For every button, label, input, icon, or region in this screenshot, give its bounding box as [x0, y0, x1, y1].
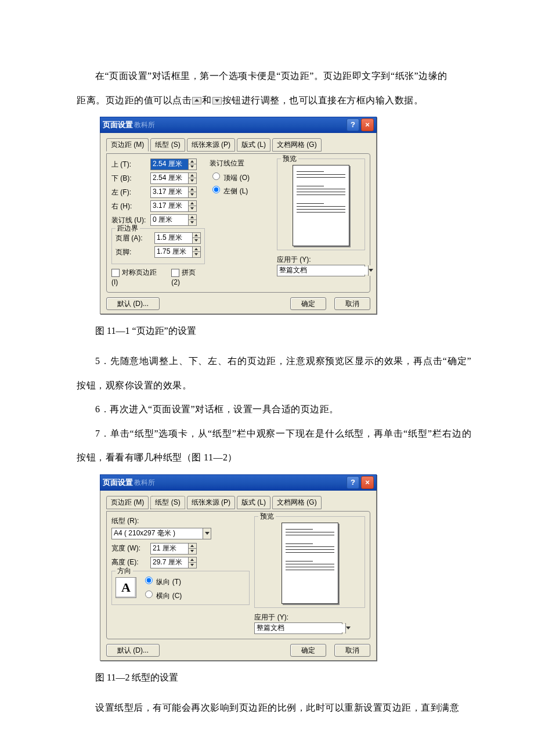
dialog-title: 页面设置: [103, 478, 133, 487]
label-width: 宽度 (W):: [111, 543, 149, 553]
apply-to-combo[interactable]: [277, 265, 365, 276]
label: 左侧 (L): [223, 187, 248, 195]
portrait-radio[interactable]: 纵向 (T): [142, 575, 182, 587]
apply-to-combo[interactable]: [254, 622, 342, 634]
paragraph: 6．再次进入“页面设置”对话框，设置一具合适的页边距。: [77, 397, 471, 422]
tab-margins[interactable]: 页边距 (M): [106, 138, 149, 152]
ok-button[interactable]: 确定: [290, 644, 326, 657]
paper-size-label: 纸型 (R):: [111, 516, 250, 526]
dialog-title: 页面设置: [103, 120, 133, 129]
legend: 距边界: [116, 224, 140, 233]
edge-group: 距边界 页眉 (A): 页脚:: [111, 228, 205, 264]
apply-to-label: 应用于 (Y):: [277, 255, 365, 265]
default-button[interactable]: 默认 (D)...: [106, 644, 160, 657]
spin-down-icon[interactable]: [189, 206, 196, 211]
chevron-down-icon[interactable]: [345, 623, 351, 633]
gutter-top-radio[interactable]: 顶端 (O): [210, 171, 272, 183]
close-button[interactable]: ×: [361, 476, 374, 489]
tab-margins[interactable]: 页边距 (M): [106, 496, 149, 509]
spin-up-icon[interactable]: [189, 201, 196, 207]
paragraph: 5．先随意地调整上、下、左、右的页边距，注意观察预览区显示的效果，再点击“确定”…: [77, 349, 471, 397]
paper-size-combo[interactable]: [111, 528, 211, 539]
chevron-down-icon[interactable]: [368, 265, 373, 276]
orientation-group: 方向 A 纵向 (T) 横向 (C): [111, 571, 250, 606]
tab-grid[interactable]: 文档网格 (G): [272, 496, 322, 509]
legend: 预览: [281, 154, 298, 164]
legend: 预览: [258, 512, 276, 521]
tab-grid[interactable]: 文档网格 (G): [272, 138, 322, 152]
help-button[interactable]: ?: [347, 118, 359, 131]
default-button[interactable]: 默认 (D)...: [106, 297, 160, 311]
tab-layout[interactable]: 版式 (L): [237, 496, 270, 509]
spin-up-icon[interactable]: [189, 215, 196, 221]
paragraph: 设置纸型后，有可能会再次影响到页边距的比例，此时可以重新设置页边距，直到满意: [77, 696, 471, 720]
tabs: 页边距 (M) 纸型 (S) 纸张来源 (P) 版式 (L) 文档网格 (G): [106, 495, 370, 509]
spin-down-icon[interactable]: [193, 252, 200, 257]
spin-down-icon[interactable]: [189, 192, 196, 197]
text: 按钮进行调整，也可以直接在方框内输入数据。: [222, 95, 424, 105]
margin-right-input[interactable]: [150, 200, 197, 212]
spin-up-icon[interactable]: [189, 173, 196, 179]
help-button[interactable]: ?: [347, 476, 359, 489]
spin-up-icon[interactable]: [189, 159, 196, 165]
chevron-down-icon[interactable]: [203, 528, 211, 539]
header-input[interactable]: [154, 232, 201, 244]
cancel-button[interactable]: 取消: [334, 297, 370, 311]
preview-group: 预览: [254, 516, 365, 608]
paragraph: 距离。页边距的值可以点击和按钮进行调整，也可以直接在方框内输入数据。: [77, 88, 471, 113]
margin-left-input[interactable]: [150, 186, 197, 198]
label-bottom: 下 (B):: [111, 174, 149, 183]
spin-down-icon[interactable]: [189, 164, 196, 170]
gutter-position-label: 装订线位置: [210, 159, 272, 168]
label-left: 左 (F):: [111, 188, 149, 197]
preview-thumbnail: [282, 523, 338, 604]
paragraph: 在“页面设置”对话框里，第一个选项卡便是“页边距”。页边距即文字到“纸张”边缘的: [77, 64, 471, 88]
cancel-button[interactable]: 取消: [334, 644, 370, 657]
spin-down-icon[interactable]: [189, 220, 196, 225]
spin-down-icon[interactable]: [189, 178, 196, 183]
dialog-subtitle: 教科所: [134, 478, 155, 487]
margin-top-input[interactable]: [150, 159, 197, 170]
height-input[interactable]: [150, 557, 197, 568]
mirror-margins-checkbox[interactable]: 对称页边距 (I): [111, 268, 163, 287]
page-setup-dialog-paper: 页面设置教科所 ? × 页边距 (M) 纸型 (S) 纸张来源 (P) 版式 (…: [100, 474, 377, 661]
dialog-titlebar: 页面设置教科所 ? ×: [100, 474, 377, 491]
footer-input[interactable]: [154, 246, 201, 258]
tab-paper[interactable]: 纸型 (S): [150, 138, 185, 152]
close-button[interactable]: ×: [361, 118, 374, 131]
spin-down-icon[interactable]: [189, 563, 196, 568]
margin-bottom-input[interactable]: [150, 172, 197, 184]
orientation-icon: A: [116, 577, 136, 598]
landscape-radio[interactable]: 横向 (C): [142, 589, 182, 601]
width-input[interactable]: [150, 543, 197, 555]
apply-to-label: 应用于 (Y):: [254, 613, 365, 622]
label: 顶端 (O): [223, 174, 250, 182]
gutter-input[interactable]: [150, 214, 197, 226]
spin-down-icon[interactable]: [193, 238, 200, 243]
spin-up-icon[interactable]: [189, 557, 196, 563]
spin-up-icon[interactable]: [193, 233, 200, 239]
tab-layout[interactable]: 版式 (L): [237, 138, 270, 152]
label-right: 右 (H):: [111, 201, 149, 211]
spin-down-icon[interactable]: [189, 549, 196, 554]
legend: 方向: [116, 566, 133, 576]
spin-up-icon[interactable]: [189, 543, 196, 549]
label-footer: 页脚:: [116, 247, 153, 257]
spin-up-icon[interactable]: [193, 247, 200, 253]
tabs: 页边距 (M) 纸型 (S) 纸张来源 (P) 版式 (L) 文档网格 (G): [106, 138, 370, 151]
tab-source[interactable]: 纸张来源 (P): [187, 138, 235, 152]
paragraph: 7．单击“纸型”选项卡，从“纸型”栏中观察一下现在是什么纸型，再单击“纸型”栏右…: [77, 422, 471, 470]
label-top: 上 (T):: [111, 160, 149, 170]
spin-up-icon: [192, 97, 201, 105]
tab-source[interactable]: 纸张来源 (P): [187, 496, 235, 509]
ok-button[interactable]: 确定: [290, 297, 326, 311]
dialog-subtitle: 教科所: [134, 121, 155, 129]
spin-up-icon[interactable]: [189, 187, 196, 193]
two-pages-checkbox[interactable]: 拼页 (2): [171, 268, 205, 287]
label: 纵向 (T): [156, 578, 181, 586]
tab-paper[interactable]: 纸型 (S): [150, 496, 185, 509]
gutter-left-radio[interactable]: 左侧 (L): [210, 184, 272, 196]
dialog-titlebar: 页面设置教科所 ? ×: [100, 117, 377, 133]
label-header: 页眉 (A):: [116, 233, 153, 243]
figure-caption-1: 图 11—1 “页边距”的设置: [77, 319, 471, 343]
